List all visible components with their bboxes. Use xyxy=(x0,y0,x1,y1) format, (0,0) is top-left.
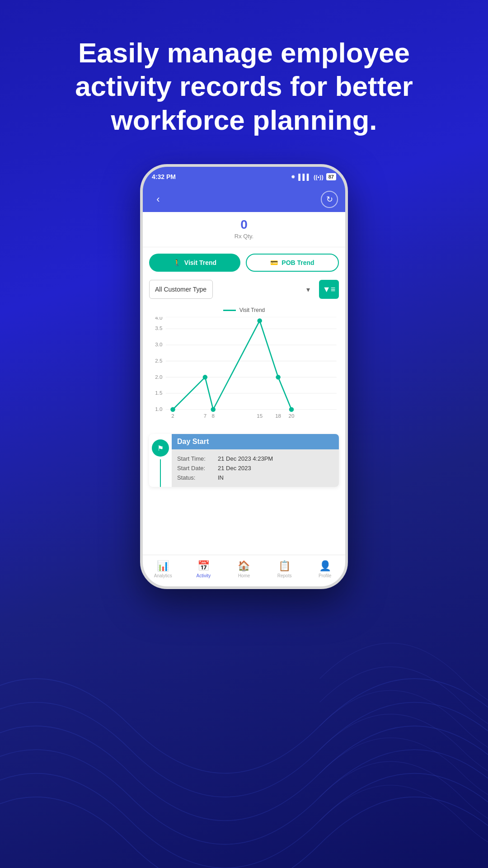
rx-label: Rx Qty. xyxy=(150,233,338,240)
svg-text:2.5: 2.5 xyxy=(155,358,162,363)
nav-item-profile[interactable]: 👤 Profile xyxy=(305,560,345,578)
chart-point xyxy=(289,407,294,412)
nav-item-activity[interactable]: 📅 Activity xyxy=(183,560,224,578)
visit-trend-button[interactable]: 🚶 Visit Trend xyxy=(149,254,240,272)
reports-label: Repots xyxy=(277,573,292,578)
chart-point xyxy=(211,407,216,412)
detail-row-start-date: Start Date: 21 Dec 2023 xyxy=(177,463,333,473)
chart-point xyxy=(170,407,175,412)
pob-icon: 💳 xyxy=(270,259,278,266)
walk-icon: 🚶 xyxy=(173,259,181,266)
svg-text:3.5: 3.5 xyxy=(155,326,162,331)
profile-icon: 👤 xyxy=(319,560,331,572)
status-value: IN xyxy=(218,474,224,481)
activity-info: Day Start Start Time: 21 Dec 2023 4:23PM… xyxy=(172,434,339,487)
activity-timeline: ⚑ xyxy=(149,434,172,487)
svg-text:7: 7 xyxy=(204,413,206,419)
chart-legend: Visit Trend xyxy=(149,307,339,313)
svg-text:1.0: 1.0 xyxy=(155,406,162,412)
bottom-nav: 📊 Analytics 📅 Activity 🏠 Home 📋 Repots 👤… xyxy=(143,555,345,586)
visit-trend-label: Visit Trend xyxy=(184,259,216,266)
battery-indicator: 87 xyxy=(326,173,336,180)
svg-text:15: 15 xyxy=(257,413,263,419)
svg-text:2: 2 xyxy=(171,413,174,419)
svg-text:3.0: 3.0 xyxy=(155,342,162,347)
svg-text:2.0: 2.0 xyxy=(155,374,162,380)
wifi-icon: ((•)) xyxy=(314,174,324,180)
chart-area: Visit Trend 1.0 1.5 2.0 2.5 3.0 3.5 4.0 xyxy=(143,302,345,429)
home-label: Home xyxy=(238,573,250,578)
phone-content: 0 Rx Qty. 🚶 Visit Trend 💳 POB Trend Al xyxy=(143,212,345,555)
analytics-icon: 📊 xyxy=(157,560,169,572)
timeline-line xyxy=(160,459,161,487)
activity-icon: 📅 xyxy=(197,560,210,572)
status-time: 4:32 PM xyxy=(152,173,176,180)
phone-frame: 4:32 PM ⁕ ▌▌▌ ((•)) 87 ‹ ↻ 0 Rx Qty. � xyxy=(140,164,348,589)
detail-row-start-time: Start Time: 21 Dec 2023 4:23PM xyxy=(177,454,333,463)
start-date-value: 21 Dec 2023 xyxy=(218,465,251,472)
trend-buttons-row: 🚶 Visit Trend 💳 POB Trend xyxy=(143,247,345,276)
status-label: Status: xyxy=(177,474,218,481)
start-date-label: Start Date: xyxy=(177,465,218,472)
svg-text:1.5: 1.5 xyxy=(155,390,162,396)
chart-point xyxy=(276,375,281,380)
svg-text:4.0: 4.0 xyxy=(155,317,162,321)
detail-row-status: Status: IN xyxy=(177,473,333,482)
pob-trend-label: POB Trend xyxy=(282,259,314,266)
timeline-icon: ⚑ xyxy=(152,439,169,457)
filter-icon: ▼≡ xyxy=(323,285,335,294)
bluetooth-icon: ⁕ xyxy=(291,174,296,180)
app-header: ‹ ↻ xyxy=(143,187,345,212)
legend-label: Visit Trend xyxy=(239,307,265,313)
activity-card: ⚑ Day Start Start Time: 21 Dec 2023 4:23… xyxy=(149,434,339,487)
activity-label: Activity xyxy=(197,573,211,578)
pob-trend-button[interactable]: 💳 POB Trend xyxy=(246,254,339,272)
reports-icon: 📋 xyxy=(278,560,291,572)
svg-text:20: 20 xyxy=(289,413,295,419)
chart-point xyxy=(257,318,262,323)
back-button[interactable]: ‹ xyxy=(150,191,166,208)
svg-text:8: 8 xyxy=(212,413,215,419)
rx-number: 0 xyxy=(150,217,338,232)
chart-svg-wrapper: 1.0 1.5 2.0 2.5 3.0 3.5 4.0 xyxy=(149,317,339,423)
chart-point xyxy=(203,375,208,380)
profile-label: Profile xyxy=(319,573,331,578)
signal-icon: ▌▌▌ xyxy=(298,174,311,180)
nav-item-reports[interactable]: 📋 Repots xyxy=(264,560,305,578)
flag-icon: ⚑ xyxy=(157,444,164,453)
start-time-label: Start Time: xyxy=(177,455,218,462)
customer-type-wrapper: All Customer Type xyxy=(149,280,315,299)
status-bar: 4:32 PM ⁕ ▌▌▌ ((•)) 87 xyxy=(143,167,345,187)
refresh-button[interactable]: ↻ xyxy=(321,191,338,208)
visit-trend-chart: 1.0 1.5 2.0 2.5 3.0 3.5 4.0 xyxy=(149,317,339,421)
phone-mockup: 4:32 PM ⁕ ▌▌▌ ((•)) 87 ‹ ↻ 0 Rx Qty. � xyxy=(0,164,488,589)
svg-text:18: 18 xyxy=(275,413,281,419)
activity-title: Day Start xyxy=(177,438,209,445)
start-time-value: 21 Dec 2023 4:23PM xyxy=(218,455,273,462)
status-icons: ⁕ ▌▌▌ ((•)) 87 xyxy=(291,173,336,180)
analytics-label: Analytics xyxy=(154,573,172,578)
filter-row: All Customer Type ▼≡ xyxy=(143,276,345,302)
legend-color-box xyxy=(223,310,236,311)
nav-item-home[interactable]: 🏠 Home xyxy=(224,560,264,578)
hero-text: Easily manage employee activity records … xyxy=(0,0,488,155)
customer-type-select[interactable]: All Customer Type xyxy=(149,280,213,299)
activity-details: Start Time: 21 Dec 2023 4:23PM Start Dat… xyxy=(172,449,339,487)
home-icon: 🏠 xyxy=(238,560,250,572)
activity-header: Day Start xyxy=(172,434,339,449)
nav-item-analytics[interactable]: 📊 Analytics xyxy=(143,560,183,578)
filter-button[interactable]: ▼≡ xyxy=(319,280,339,299)
rx-section: 0 Rx Qty. xyxy=(143,212,345,247)
